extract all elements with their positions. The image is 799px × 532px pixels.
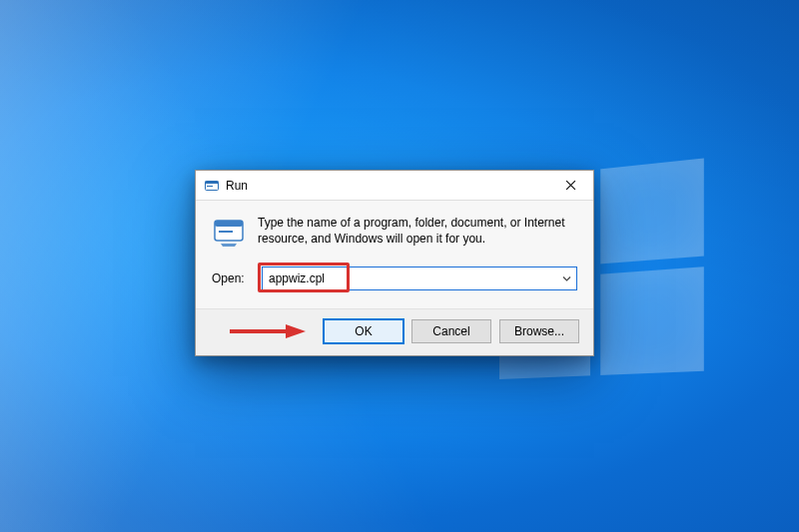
run-dialog: Run Type the name of a program, f [195,170,594,356]
titlebar[interactable]: Run [196,171,593,201]
dialog-description: Type the name of a program, folder, docu… [258,215,577,249]
close-icon [565,179,576,193]
open-label: Open: [212,271,252,285]
ok-button[interactable]: OK [324,319,403,343]
svg-rect-4 [215,221,243,227]
close-button[interactable] [547,171,593,201]
run-body-icon [212,215,246,249]
svg-rect-1 [206,181,219,184]
svg-rect-5 [219,231,233,233]
dialog-title: Run [226,179,248,193]
annotation-arrow-icon [228,321,306,341]
svg-marker-7 [286,324,306,338]
svg-rect-2 [207,186,213,187]
cancel-button[interactable]: Cancel [411,319,491,343]
browse-button[interactable]: Browse... [499,319,579,343]
desktop-wallpaper: Run Type the name of a program, f [0,0,799,532]
open-input[interactable] [262,266,577,290]
run-dialog-icon [204,178,220,194]
